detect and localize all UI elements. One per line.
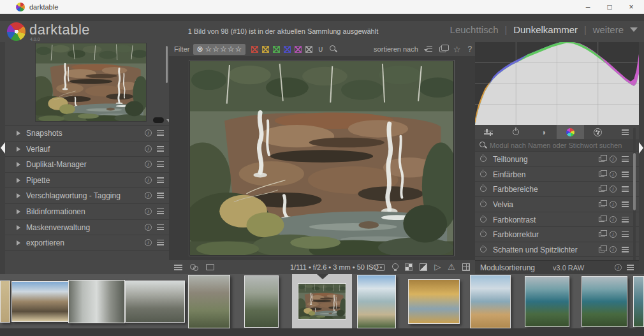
color-label-filter-5[interactable] bbox=[305, 46, 312, 53]
expand-icon[interactable] bbox=[17, 209, 20, 214]
section-bildinformationen[interactable]: Bildinformationen bbox=[5, 203, 169, 219]
presets-menu-icon[interactable] bbox=[157, 193, 164, 198]
module-power-icon[interactable] bbox=[480, 156, 487, 162]
section-snapshots[interactable]: Snapshots bbox=[5, 125, 169, 141]
zoom-level-pill[interactable] bbox=[153, 117, 164, 123]
info-icon[interactable] bbox=[145, 192, 152, 199]
filter-search-input[interactable] bbox=[332, 45, 371, 54]
duplicate-icon[interactable] bbox=[599, 157, 604, 162]
tab-correction-group[interactable] bbox=[584, 125, 611, 139]
presets-menu-icon[interactable] bbox=[157, 146, 164, 152]
thumb-beach-headland[interactable] bbox=[357, 275, 396, 328]
info-icon[interactable] bbox=[610, 246, 617, 253]
module-search-input[interactable] bbox=[490, 142, 639, 149]
info-icon[interactable] bbox=[145, 129, 152, 136]
module-power-icon[interactable] bbox=[480, 246, 487, 252]
thumb-mountain-shrubs[interactable] bbox=[188, 275, 230, 328]
info-icon[interactable] bbox=[145, 161, 152, 168]
union-filter-icon[interactable]: ∪ bbox=[318, 45, 323, 54]
info-icon[interactable] bbox=[145, 208, 152, 215]
histogram[interactable] bbox=[475, 42, 639, 125]
module-row-einfaerben[interactable]: Einfärben bbox=[475, 166, 639, 182]
collapse-right-panel-arrow[interactable] bbox=[639, 142, 643, 154]
section-maskenverwaltung[interactable]: Maskenverwaltung bbox=[5, 219, 169, 235]
thumb-waterfall-selected[interactable] bbox=[292, 274, 352, 328]
presets-menu-icon[interactable] bbox=[622, 231, 629, 237]
module-power-icon[interactable] bbox=[480, 231, 487, 237]
module-row-farbkorrektur[interactable]: Farbkorrektur bbox=[475, 226, 639, 242]
filmstrip-top-arrow[interactable] bbox=[317, 274, 328, 279]
expand-icon[interactable] bbox=[17, 178, 20, 183]
presets-menu-icon[interactable] bbox=[157, 208, 164, 214]
info-icon[interactable] bbox=[610, 156, 617, 163]
thumb-coastal-headland-1[interactable] bbox=[525, 276, 569, 327]
color-label-filter-4[interactable] bbox=[295, 46, 302, 53]
focus-peaking-icon[interactable] bbox=[376, 264, 385, 271]
left-panel-scrollbar[interactable] bbox=[166, 46, 168, 83]
duplicate-icon[interactable] bbox=[599, 247, 604, 252]
duplicate-icon[interactable] bbox=[599, 232, 604, 237]
duplicate-icon[interactable] bbox=[599, 172, 604, 177]
module-row-schatten-und-spitzlichter[interactable]: Schatten und Spitzlichter bbox=[475, 242, 639, 257]
collapse-left-panel-arrow[interactable] bbox=[1, 142, 5, 154]
overlays-star-icon[interactable]: ☆ bbox=[453, 45, 461, 54]
info-icon[interactable] bbox=[610, 216, 617, 223]
info-icon[interactable] bbox=[610, 201, 617, 208]
tab-color-group[interactable] bbox=[557, 125, 584, 139]
guides-grid-icon[interactable] bbox=[462, 263, 470, 271]
view-more[interactable]: weitere bbox=[593, 24, 624, 35]
expand-icon[interactable] bbox=[17, 193, 20, 198]
expand-icon[interactable] bbox=[17, 162, 20, 167]
info-icon[interactable] bbox=[610, 186, 617, 193]
presets-menu-icon[interactable] bbox=[157, 177, 164, 183]
thumb-desert-rocks[interactable] bbox=[11, 281, 71, 322]
presets-menu-icon[interactable] bbox=[622, 247, 629, 252]
module-row-velvia[interactable]: Velvia bbox=[475, 196, 639, 212]
module-row-farbbereiche[interactable]: Farbbereiche bbox=[475, 181, 639, 196]
maximize-button[interactable]: □ bbox=[601, 1, 618, 13]
minimize-button[interactable]: – bbox=[579, 1, 597, 13]
color-label-filter-2[interactable] bbox=[273, 46, 280, 53]
module-power-icon[interactable] bbox=[480, 186, 487, 192]
expand-icon[interactable] bbox=[17, 240, 20, 245]
info-icon[interactable] bbox=[615, 264, 622, 271]
presets-menu-icon[interactable] bbox=[627, 265, 634, 270]
presets-menu-icon[interactable] bbox=[157, 240, 164, 245]
view-darkroom[interactable]: Dunkelkammer bbox=[513, 24, 578, 35]
clipping-warning-icon[interactable] bbox=[420, 263, 427, 271]
second-window-icon[interactable] bbox=[206, 264, 214, 271]
module-power-icon[interactable] bbox=[480, 171, 487, 177]
thumb-coastal-edge[interactable] bbox=[633, 276, 644, 327]
module-row-farbkontrast[interactable]: Farbkontrast bbox=[475, 212, 639, 227]
close-button[interactable]: × bbox=[622, 1, 640, 13]
expand-icon[interactable] bbox=[17, 225, 20, 230]
presets-menu-icon[interactable] bbox=[622, 201, 629, 207]
tab-basic-group[interactable] bbox=[502, 125, 530, 139]
info-icon[interactable] bbox=[145, 224, 152, 231]
main-image[interactable] bbox=[189, 61, 454, 256]
rating-filter[interactable]: ⊗ ☆☆☆☆☆ bbox=[193, 44, 245, 55]
softproof-icon[interactable]: ▷ bbox=[434, 263, 441, 271]
presets-menu-icon[interactable] bbox=[622, 217, 629, 223]
thumb-beach-sand-edge[interactable] bbox=[0, 281, 10, 323]
more-views-dropdown-icon[interactable] bbox=[630, 27, 638, 32]
thumb-misty-valley[interactable] bbox=[244, 275, 279, 328]
presets-menu-icon[interactable] bbox=[622, 172, 629, 177]
section-verlauf[interactable]: Verlauf bbox=[5, 141, 169, 157]
expand-icon[interactable] bbox=[17, 147, 20, 152]
presets-menu-icon[interactable] bbox=[622, 156, 629, 162]
presets-menu-icon[interactable] bbox=[157, 130, 164, 136]
duplicate-icon[interactable] bbox=[599, 202, 604, 207]
grouping-icon[interactable] bbox=[439, 47, 446, 52]
info-icon[interactable] bbox=[145, 239, 152, 246]
color-label-filter-0[interactable] bbox=[251, 46, 258, 53]
color-label-filter-3[interactable] bbox=[284, 46, 291, 53]
iso12646-lamp-icon[interactable] bbox=[392, 263, 398, 271]
thumb-cave-arch[interactable] bbox=[408, 279, 460, 324]
presets-menu-icon[interactable] bbox=[157, 224, 164, 230]
info-icon[interactable] bbox=[145, 145, 152, 152]
duplicate-icon[interactable] bbox=[599, 187, 604, 192]
info-icon[interactable] bbox=[610, 171, 617, 178]
thumb-coastal-headland-2[interactable] bbox=[582, 276, 627, 327]
module-sort-value[interactable]: v3.0 RAW bbox=[553, 264, 584, 272]
